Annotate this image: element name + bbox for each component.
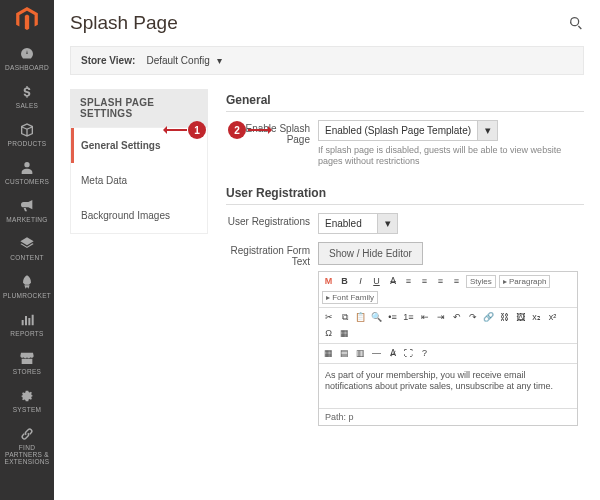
registration-form-text-label: Registration Form Text: [226, 242, 318, 267]
settings-nav-heading: SPLASH PAGE SETTINGS: [70, 89, 208, 127]
caret-down-icon: ▾: [485, 124, 491, 137]
settings-content: General *Enable Splash Page Enabled (Spl…: [208, 89, 584, 434]
outdent-icon[interactable]: ⇤: [418, 311, 431, 324]
hr-icon[interactable]: —: [370, 347, 383, 360]
font-family-select[interactable]: ▸ Font Family: [322, 291, 378, 304]
nav-products[interactable]: PRODUCTS: [0, 116, 54, 154]
select-value: Enabled: [318, 213, 378, 234]
settings-nav-meta[interactable]: Meta Data: [71, 163, 207, 198]
underline-icon[interactable]: U: [370, 275, 383, 288]
nav-content[interactable]: CONTENT: [0, 230, 54, 268]
dashboard-icon: [19, 46, 35, 62]
toggle-editor-button[interactable]: Show / Hide Editor: [318, 242, 423, 265]
copy-icon[interactable]: ⧉: [338, 311, 351, 324]
callout-2: 2: [228, 121, 246, 139]
styles-select[interactable]: Styles: [466, 275, 496, 288]
enable-splash-hint: If splash page is disabled, guests will …: [318, 145, 584, 168]
nav-label: PRODUCTS: [0, 140, 54, 147]
main-content: Splash Page Store View: Default Config ▾…: [54, 0, 600, 500]
bold-icon[interactable]: B: [338, 275, 351, 288]
image-icon[interactable]: 🖼: [514, 311, 527, 324]
store-scope-bar: Store View: Default Config ▾: [70, 46, 584, 75]
sup-icon[interactable]: x²: [546, 311, 559, 324]
link-icon[interactable]: 🔗: [482, 311, 495, 324]
strike-icon[interactable]: A̶: [386, 275, 399, 288]
nav-label: PLUMROCKET: [0, 292, 54, 299]
wysiwyg-editor: M B I U A̶ ≡ ≡ ≡ ≡ Styles ▸ Paragraph: [318, 271, 578, 426]
redo-icon[interactable]: ↷: [466, 311, 479, 324]
callout-1: 1: [188, 121, 206, 139]
editor-toolbar-3: ▦ ▤ ▥ — A̷ ⛶ ?: [319, 344, 577, 364]
settings-nav-background[interactable]: Background Images: [71, 198, 207, 233]
paste-icon[interactable]: 📋: [354, 311, 367, 324]
magento-widget-icon[interactable]: M: [322, 275, 335, 288]
settings-nav: SPLASH PAGE SETTINGS General Settings Me…: [70, 89, 208, 434]
row-props-icon[interactable]: ▤: [338, 347, 351, 360]
sub-icon[interactable]: x₂: [530, 311, 543, 324]
caret-down-icon: ▾: [217, 55, 222, 66]
ul-icon[interactable]: •≡: [386, 311, 399, 324]
nav-label: DASHBOARD: [0, 64, 54, 71]
enable-splash-select[interactable]: Enabled (Splash Page Template) ▾: [318, 120, 584, 141]
callout-arrow-1: [165, 129, 187, 131]
megaphone-icon: [19, 198, 35, 214]
nav-reports[interactable]: REPORTS: [0, 306, 54, 344]
char-icon[interactable]: Ω: [322, 327, 335, 340]
paragraph-select[interactable]: ▸ Paragraph: [499, 275, 551, 288]
remove-format-icon[interactable]: A̷: [386, 347, 399, 360]
page-title: Splash Page: [70, 12, 178, 34]
indent-icon[interactable]: ⇥: [434, 311, 447, 324]
select-trigger[interactable]: ▾: [478, 120, 498, 141]
link-icon: [19, 426, 35, 442]
section-general-heading: General: [226, 89, 584, 112]
callout-arrow-2: [248, 129, 270, 131]
scope-value: Default Config: [146, 55, 209, 66]
ol-icon[interactable]: 1≡: [402, 311, 415, 324]
store-icon: [19, 350, 35, 366]
nav-label: REPORTS: [0, 330, 54, 337]
align-center-icon[interactable]: ≡: [418, 275, 431, 288]
cut-icon[interactable]: ✂: [322, 311, 335, 324]
user-registrations-select[interactable]: Enabled ▾: [318, 213, 408, 234]
cell-props-icon[interactable]: ▥: [354, 347, 367, 360]
align-left-icon[interactable]: ≡: [402, 275, 415, 288]
nav-label: SYSTEM: [0, 406, 54, 413]
gear-icon: [19, 388, 35, 404]
table-icon[interactable]: ▦: [322, 347, 335, 360]
nav-stores[interactable]: STORES: [0, 344, 54, 382]
caret-down-icon: ▾: [385, 217, 391, 230]
nav-label: MARKETING: [0, 216, 54, 223]
search-icon[interactable]: [568, 15, 584, 31]
section-user-reg-heading: User Registration: [226, 182, 584, 205]
settings-nav-general[interactable]: General Settings: [71, 128, 207, 163]
fullscreen-icon[interactable]: ⛶: [402, 347, 415, 360]
editor-toolbar-1: M B I U A̶ ≡ ≡ ≡ ≡ Styles ▸ Paragraph: [319, 272, 577, 308]
box-icon: [19, 122, 35, 138]
select-trigger[interactable]: ▾: [378, 213, 398, 234]
align-right-icon[interactable]: ≡: [434, 275, 447, 288]
nav-label: CUSTOMERS: [0, 178, 54, 185]
nav-marketing[interactable]: MARKETING: [0, 192, 54, 230]
scope-switcher[interactable]: Default Config ▾: [146, 55, 221, 66]
scope-label: Store View:: [81, 55, 135, 66]
editor-body[interactable]: As part of your membership, you will rec…: [319, 364, 577, 408]
align-justify-icon[interactable]: ≡: [450, 275, 463, 288]
nav-label: CONTENT: [0, 254, 54, 261]
help-icon[interactable]: ?: [418, 347, 431, 360]
nav-plumrocket[interactable]: PLUMROCKET: [0, 268, 54, 306]
nav-partners[interactable]: FIND PARTNERS & EXTENSIONS: [0, 420, 54, 472]
nav-sales[interactable]: SALES: [0, 78, 54, 116]
layers-icon: [19, 236, 35, 252]
nav-system[interactable]: SYSTEM: [0, 382, 54, 420]
find-icon[interactable]: 🔍: [370, 311, 383, 324]
nav-dashboard[interactable]: DASHBOARD: [0, 40, 54, 78]
undo-icon[interactable]: ↶: [450, 311, 463, 324]
magento-logo-icon: [14, 6, 40, 32]
unlink-icon[interactable]: ⛓: [498, 311, 511, 324]
admin-sidenav: DASHBOARD SALES PRODUCTS CUSTOMERS MARKE…: [0, 0, 54, 500]
italic-icon[interactable]: I: [354, 275, 367, 288]
nav-customers[interactable]: CUSTOMERS: [0, 154, 54, 192]
person-icon: [19, 160, 35, 176]
media-icon[interactable]: ▦: [338, 327, 351, 340]
dollar-icon: [19, 84, 35, 100]
